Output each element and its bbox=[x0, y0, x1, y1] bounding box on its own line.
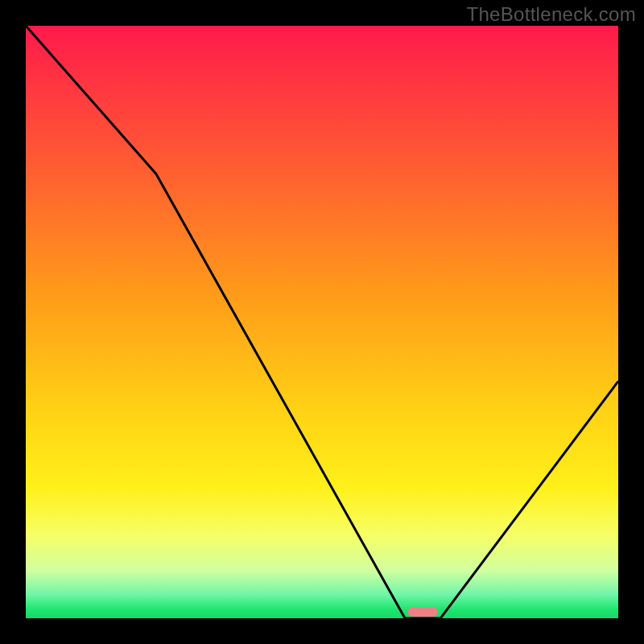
gradient-background bbox=[26, 26, 618, 618]
outer-frame: TheBottleneck.com bbox=[0, 0, 644, 644]
optimal-marker bbox=[408, 607, 438, 617]
chart-plot-area bbox=[26, 26, 618, 618]
chart-svg bbox=[26, 26, 618, 618]
watermark-text: TheBottleneck.com bbox=[466, 3, 636, 26]
